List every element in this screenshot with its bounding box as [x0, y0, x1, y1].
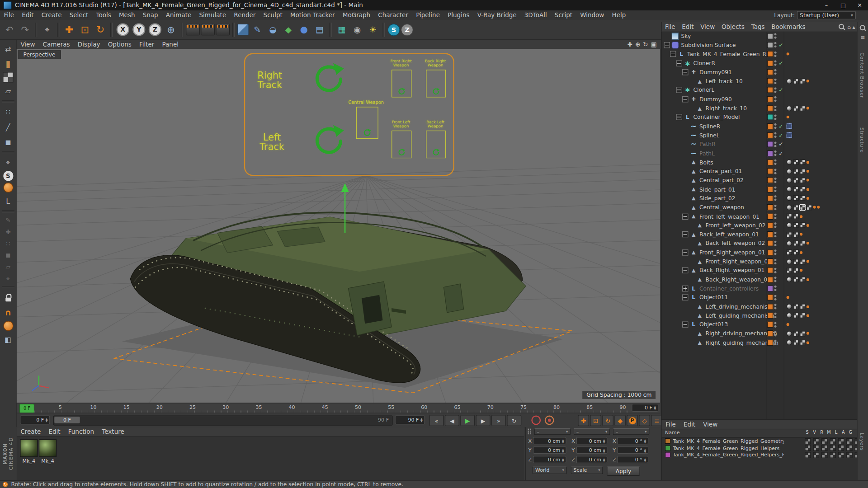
object-name[interactable]: Central_part_02: [699, 177, 744, 183]
add-cube-button[interactable]: [237, 24, 249, 36]
object-tree-row[interactable]: Dummy091: [662, 68, 857, 77]
layer-color-chip[interactable]: [665, 452, 670, 458]
layer-color-chip[interactable]: [767, 249, 773, 255]
tag-icon[interactable]: [793, 250, 798, 255]
sculpt-mode-button[interactable]: [3, 183, 13, 192]
object-tree-row[interactable]: Central_weapon: [662, 203, 857, 212]
layer-toggle[interactable]: [805, 452, 811, 458]
material-item[interactable]: Mk_4: [39, 439, 57, 464]
object-manager-menu-item[interactable]: Objects: [718, 23, 748, 30]
object-name[interactable]: Left_guiding_mechanism: [706, 313, 774, 319]
toggle-views-icon[interactable]: ▣: [651, 41, 657, 48]
menu-item[interactable]: Snap: [139, 12, 162, 19]
object-manager-menu-item[interactable]: Bookmarks: [768, 23, 809, 30]
rotate-tool[interactable]: ↻: [93, 23, 108, 37]
enabled-checkbox[interactable]: [778, 123, 784, 129]
add-subdivision-button[interactable]: ◒: [266, 23, 280, 37]
enabled-checkbox[interactable]: [778, 141, 784, 147]
object-tree-row[interactable]: Right_guiding_mechanism: [662, 338, 857, 347]
object-manager-menu-item[interactable]: File: [662, 23, 679, 30]
timeline-options-button[interactable]: ≡: [651, 415, 662, 426]
edges-mode-button[interactable]: ╱: [1, 120, 14, 133]
x-axis-lock[interactable]: X: [117, 23, 129, 36]
layer-color-chip[interactable]: [767, 331, 773, 337]
close-button[interactable]: ✕: [851, 0, 868, 10]
quantize-button[interactable]: [3, 321, 13, 331]
layer-color-chip[interactable]: [767, 213, 773, 219]
layer-color-chip[interactable]: [767, 322, 773, 328]
layer-color-chip[interactable]: [767, 114, 773, 120]
record-position-toggle[interactable]: ✚: [578, 415, 589, 426]
dimmed-tool-icon[interactable]: ▱: [1, 262, 14, 272]
add-deformer-button[interactable]: ▤: [312, 23, 327, 37]
enabled-checkbox[interactable]: [778, 150, 784, 156]
goto-start-button[interactable]: «: [429, 415, 444, 426]
tag-icon[interactable]: [793, 313, 798, 318]
viewport-view-label[interactable]: Perspective: [18, 50, 61, 59]
menu-item[interactable]: V-Ray Bridge: [473, 12, 520, 19]
layer-color-chip[interactable]: [767, 141, 773, 147]
menu-item[interactable]: Simulate: [195, 12, 230, 19]
object-tree-row[interactable]: Back_Right_weapon_01: [662, 266, 857, 275]
layer-toggle[interactable]: [830, 445, 835, 451]
dock-menu-icon[interactable]: ≡: [860, 34, 865, 40]
tag-icon[interactable]: [800, 223, 805, 228]
tag-icon[interactable]: [807, 80, 809, 82]
layer-color-chip[interactable]: [767, 231, 773, 237]
texture-mode-button[interactable]: [3, 72, 13, 82]
visibility-dots[interactable]: [774, 322, 777, 327]
record-parameter-toggle[interactable]: ◆: [614, 415, 626, 426]
position-field[interactable]: 0 cm▲▼: [533, 446, 566, 454]
layer-toggle[interactable]: [838, 438, 844, 444]
position-field[interactable]: 0 cm▲▼: [533, 437, 566, 444]
search-icon[interactable]: [859, 24, 867, 32]
material-item[interactable]: Mk_4: [20, 439, 38, 464]
layer-color-chip[interactable]: [767, 204, 773, 210]
layer-row[interactable]: Tank_MK_4_Female_Green_Rigged_Helpers: [662, 445, 857, 451]
object-tree-row[interactable]: Dummy090: [662, 94, 857, 103]
visibility-dots[interactable]: [774, 42, 777, 48]
visibility-dots[interactable]: [774, 241, 777, 246]
object-name[interactable]: Container_Model: [693, 114, 740, 120]
object-tree-row[interactable]: Front_left_weapon_01: [662, 212, 857, 221]
tag-icon[interactable]: [800, 205, 805, 210]
object-tree-row[interactable]: Right_driving_mechanism: [662, 329, 857, 338]
object-name[interactable]: PathR: [699, 141, 715, 147]
move-tool[interactable]: ✚: [62, 23, 76, 37]
tag-icon[interactable]: [800, 259, 805, 264]
object-name[interactable]: Right_track_10: [706, 105, 747, 111]
tag-icon[interactable]: [787, 116, 789, 118]
menu-item[interactable]: Motion Tracker: [286, 12, 339, 19]
menu-item[interactable]: Create: [38, 12, 66, 19]
layer-toggle[interactable]: [830, 452, 835, 458]
material-menu-item[interactable]: Edit: [45, 428, 64, 435]
enabled-checkbox[interactable]: [778, 87, 784, 93]
visibility-dots[interactable]: [774, 132, 777, 138]
object-tree-row[interactable]: Left_guiding_mechanism: [662, 311, 857, 320]
viewport-menu-item[interactable]: View: [17, 41, 39, 48]
tag-icon[interactable]: [807, 161, 809, 164]
tag-icon[interactable]: [800, 251, 802, 254]
tag-icon[interactable]: [787, 123, 792, 129]
object-name[interactable]: ClonerR: [693, 60, 715, 66]
tag-icon[interactable]: [787, 259, 792, 264]
object-name[interactable]: Dummy090: [699, 96, 732, 102]
menu-item[interactable]: Character: [374, 12, 412, 19]
material-thumbnail[interactable]: [39, 439, 57, 457]
maximize-button[interactable]: □: [835, 0, 851, 10]
viewport-menu-item[interactable]: Display: [74, 41, 104, 48]
tag-icon[interactable]: [800, 277, 805, 282]
tag-icon[interactable]: [793, 178, 798, 183]
visibility-dots[interactable]: [774, 96, 777, 102]
previous-frame-button[interactable]: ◀: [445, 415, 459, 426]
record-scale-toggle[interactable]: ⊡: [590, 415, 601, 426]
layer-row[interactable]: Tank_MK_4_Female_Green_Rigged_Helpers_Fr…: [662, 451, 857, 458]
object-tree-row[interactable]: Front_Right_weapon_01: [662, 248, 857, 257]
object-name[interactable]: Object013: [699, 322, 728, 328]
tab-layers[interactable]: Layers: [859, 433, 864, 451]
visibility-dots[interactable]: [774, 250, 777, 255]
viewport-menu-item[interactable]: Panel: [158, 41, 183, 48]
object-manager-menu-item[interactable]: Edit: [679, 23, 697, 30]
make-editable-button[interactable]: ⇄: [1, 42, 14, 55]
tag-icon[interactable]: [793, 241, 798, 246]
